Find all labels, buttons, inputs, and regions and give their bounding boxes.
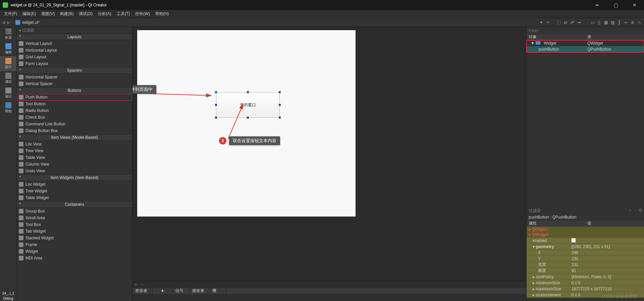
resize-handle-e[interactable]: [279, 104, 281, 106]
file-tab[interactable]: widget.ui*: [12, 20, 43, 25]
widget-box-filter[interactable]: 过滤器: [22, 27, 34, 33]
widget-item-tool-button[interactable]: Tool Button: [17, 101, 132, 107]
remove-connection-icon[interactable]: －: [141, 282, 145, 287]
section-qwidget[interactable]: ▾ QWidget: [527, 232, 644, 237]
property-filter[interactable]: 过滤器: [529, 208, 541, 214]
menu-tools[interactable]: 工具(T): [114, 10, 132, 17]
prop-sizeinc[interactable]: ▸ sizeIncrement0 x 0: [527, 292, 644, 298]
widget-item-undo-view[interactable]: Undo View: [17, 168, 132, 174]
canvas-wrap[interactable]: 关闭窗口 1 拖动组件到页面中 2 双击设置按钮文本内: [132, 27, 526, 281]
edit-widgets-icon[interactable]: ⬚: [556, 20, 561, 25]
menu-controls[interactable]: 控件(W): [132, 10, 152, 17]
object-inspector-tree[interactable]: ▼ Widget QWidget pushButton QPushButton: [527, 40, 644, 52]
widget-item-frame[interactable]: Frame: [17, 241, 132, 248]
widget-item-table-view[interactable]: Table View: [17, 154, 132, 161]
window-minimize-button[interactable]: ━: [590, 2, 604, 8]
form-canvas[interactable]: 关闭窗口: [137, 30, 356, 217]
group-containers[interactable]: Containers: [17, 201, 132, 208]
mode-design[interactable]: 设计: [0, 56, 16, 71]
widget-box-collapse-icon[interactable]: ◂: [19, 28, 21, 33]
prop-minsize[interactable]: ▸ minimumSize0 x 0: [527, 280, 644, 286]
widget-item-mdi-area[interactable]: MDI Area: [17, 255, 132, 261]
group-buttons[interactable]: Buttons: [17, 87, 132, 94]
obj-row-pushbutton[interactable]: pushButton QPushButton: [527, 46, 644, 52]
col-object[interactable]: 对象: [527, 34, 585, 40]
group-spacers[interactable]: Spacers: [17, 67, 132, 74]
widget-item-stacked-widget[interactable]: Stacked Widget: [17, 235, 132, 241]
layout-grid-icon[interactable]: ▦: [603, 20, 608, 25]
mode-help[interactable]: 帮助: [0, 101, 16, 115]
widget-item-tree-view[interactable]: Tree View: [17, 147, 132, 154]
layout-vsplit-icon[interactable]: ═: [623, 20, 629, 25]
add-connection-icon[interactable]: ＋: [134, 282, 138, 287]
menu-debug[interactable]: 调试(D): [76, 10, 95, 17]
widget-item-column-view[interactable]: Column View: [17, 161, 132, 168]
toggle-view-icon[interactable]: ⧉: [639, 208, 642, 214]
col-slot[interactable]: 槽: [210, 288, 226, 294]
widget-item-grid-layout[interactable]: Grid Layout: [17, 54, 132, 60]
widget-item-table-widget[interactable]: Table Widget: [17, 194, 132, 201]
widget-item-form-layout[interactable]: Form Layout: [17, 60, 132, 67]
resize-handle-ne[interactable]: [279, 91, 281, 93]
section-qobject[interactable]: ▸ QObject: [527, 227, 644, 232]
resize-handle-n[interactable]: [247, 91, 249, 93]
object-inspector-filter[interactable]: [527, 27, 644, 34]
obj-row-widget[interactable]: ▼ Widget QWidget: [527, 40, 644, 46]
prop-width[interactable]: 宽度231: [527, 261, 644, 267]
remove-prop-icon[interactable]: －: [634, 208, 638, 214]
widget-item-command-link-button[interactable]: Command Link Button: [17, 121, 132, 127]
resize-handle-se[interactable]: [279, 117, 281, 119]
menu-build[interactable]: 构建(B): [57, 10, 76, 17]
group-item_widgets[interactable]: Item Widgets (Item-Based): [17, 174, 132, 181]
resize-handle-w[interactable]: [215, 104, 217, 106]
add-prop-icon[interactable]: ＋: [628, 208, 632, 214]
bookmark-icon[interactable]: ✦: [539, 20, 544, 25]
widget-item-horizontal-layout[interactable]: Horizontal Layout: [17, 47, 132, 54]
layout-v-icon[interactable]: ▯: [596, 20, 602, 25]
prop-y[interactable]: Y230: [527, 255, 644, 261]
widget-item-horizontal-spacer[interactable]: Horizontal Spacer: [17, 74, 132, 80]
edit-tab-order-icon[interactable]: ⇥: [576, 20, 582, 25]
mode-edit[interactable]: 编辑: [0, 42, 16, 56]
window-maximize-button[interactable]: ▢: [609, 2, 623, 8]
widget-item-scroll-area[interactable]: Scroll Area: [17, 215, 132, 221]
col-value[interactable]: 值: [585, 221, 644, 227]
widget-item-tab-widget[interactable]: Tab Widget: [17, 228, 132, 235]
col-signal[interactable]: 信号: [173, 288, 190, 294]
widget-item-tree-widget[interactable]: Tree Widget: [17, 188, 132, 194]
col-property[interactable]: 属性: [527, 221, 585, 227]
widget-item-vertical-spacer[interactable]: Vertical Spacer: [17, 80, 132, 87]
prop-geometry[interactable]: ▾ geometry[(290, 230), 231 x 91]: [527, 243, 644, 249]
close-tab-icon[interactable]: ×: [545, 20, 551, 25]
prop-x[interactable]: X290: [527, 249, 644, 255]
widget-item-tool-box[interactable]: Tool Box: [17, 221, 132, 228]
widget-item-dialog-button-box[interactable]: Dialog Button Box: [17, 127, 132, 134]
resize-handle-sw[interactable]: [215, 117, 217, 119]
run-mode-label[interactable]: Debug: [0, 296, 16, 301]
prop-height[interactable]: 高度91: [527, 267, 644, 274]
layout-form-icon[interactable]: ▤: [610, 20, 615, 25]
edit-signals-icon[interactable]: ⇄: [563, 20, 568, 25]
widget-item-list-widget[interactable]: List Widget: [17, 181, 132, 188]
adjust-size-icon[interactable]: ⤡: [637, 20, 642, 25]
checkbox-enabled[interactable]: ✓: [572, 238, 576, 242]
widget-item-push-button[interactable]: Push Button: [17, 94, 132, 101]
widget-item-list-view[interactable]: List View: [17, 141, 132, 147]
break-layout-icon[interactable]: ⊘: [630, 20, 635, 25]
mode-welcome[interactable]: 欢迎: [0, 27, 16, 42]
mode-project[interactable]: 项目: [0, 86, 16, 101]
nav-back-icon[interactable]: ◀: [1, 19, 6, 25]
edit-buddies-icon[interactable]: ☍: [570, 20, 575, 25]
col-class[interactable]: 类: [585, 34, 644, 40]
col-receiver[interactable]: 接收者: [190, 288, 210, 294]
group-layouts[interactable]: Layouts: [17, 34, 132, 40]
window-close-button[interactable]: ✕: [628, 2, 641, 8]
resize-handle-s[interactable]: [247, 117, 249, 119]
layout-hsplit-icon[interactable]: ║: [616, 20, 622, 25]
widget-item-widget[interactable]: Widget: [17, 248, 132, 255]
menu-edit[interactable]: 编辑(E): [20, 10, 39, 17]
widget-item-check-box[interactable]: Check Box: [17, 114, 132, 121]
menu-help[interactable]: 帮助(H): [153, 10, 172, 17]
mode-debug[interactable]: 调试: [0, 71, 16, 86]
layout-h-icon[interactable]: ▭: [590, 20, 595, 25]
